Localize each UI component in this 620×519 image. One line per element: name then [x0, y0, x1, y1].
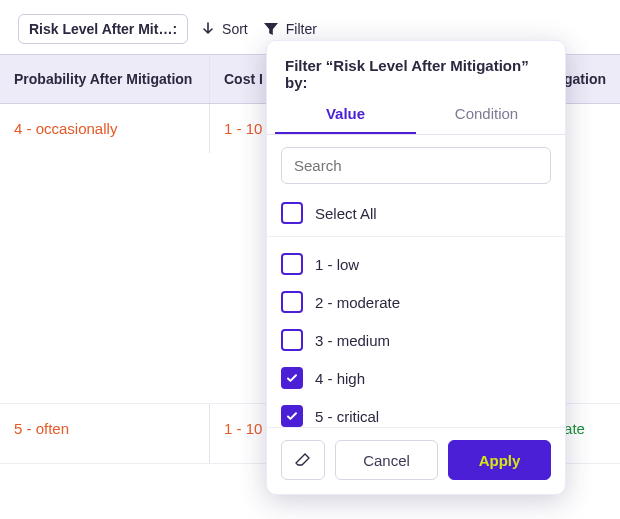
- tab-value[interactable]: Value: [275, 95, 416, 134]
- option-row[interactable]: 4 - high: [281, 359, 551, 397]
- option-label: 3 - medium: [315, 332, 390, 349]
- sort-label: Sort: [222, 21, 248, 37]
- option-row[interactable]: 2 - moderate: [281, 283, 551, 321]
- option-select-all[interactable]: Select All: [281, 194, 551, 232]
- checkbox[interactable]: [281, 253, 303, 275]
- option-label: 4 - high: [315, 370, 365, 387]
- popover-actions: Cancel Apply: [267, 427, 565, 494]
- popover-title: Filter “Risk Level After Mitigation” by:: [267, 41, 565, 95]
- checkbox[interactable]: [281, 202, 303, 224]
- sort-button[interactable]: Sort: [198, 17, 250, 41]
- cancel-button[interactable]: Cancel: [335, 440, 438, 480]
- cell-probability[interactable]: 5 - often: [0, 404, 210, 463]
- checkbox[interactable]: [281, 291, 303, 313]
- arrow-down-icon: [200, 21, 216, 37]
- eraser-icon: [294, 451, 312, 469]
- option-label: 1 - low: [315, 256, 359, 273]
- checkbox[interactable]: [281, 329, 303, 351]
- option-label: Select All: [315, 205, 377, 222]
- clear-button[interactable]: [281, 440, 325, 480]
- checkbox[interactable]: [281, 405, 303, 427]
- option-label: 2 - moderate: [315, 294, 400, 311]
- checkbox[interactable]: [281, 367, 303, 389]
- select-all-row: Select All: [267, 190, 565, 237]
- option-row[interactable]: 5 - critical: [281, 397, 551, 427]
- apply-button[interactable]: Apply: [448, 440, 551, 480]
- filter-label: Filter: [286, 21, 317, 37]
- search-wrap: [267, 135, 565, 190]
- option-row[interactable]: 3 - medium: [281, 321, 551, 359]
- cell-probability[interactable]: 4 - occasionally: [0, 104, 210, 153]
- options-list: 1 - low2 - moderate3 - medium4 - high5 -…: [267, 237, 565, 427]
- option-label: 5 - critical: [315, 408, 379, 425]
- filter-tabs: Value Condition: [267, 95, 565, 135]
- search-input[interactable]: [281, 147, 551, 184]
- option-row[interactable]: 1 - low: [281, 245, 551, 283]
- active-field-chip[interactable]: Risk Level After Mit…:: [18, 14, 188, 44]
- filter-popover: Filter “Risk Level After Mitigation” by:…: [266, 40, 566, 495]
- filter-button[interactable]: Filter: [260, 16, 319, 42]
- th-probability[interactable]: Probability After Mitigation: [0, 55, 210, 103]
- chip-label: Risk Level After Mit…:: [29, 21, 177, 37]
- tab-condition[interactable]: Condition: [416, 95, 557, 134]
- filter-icon: [262, 20, 280, 38]
